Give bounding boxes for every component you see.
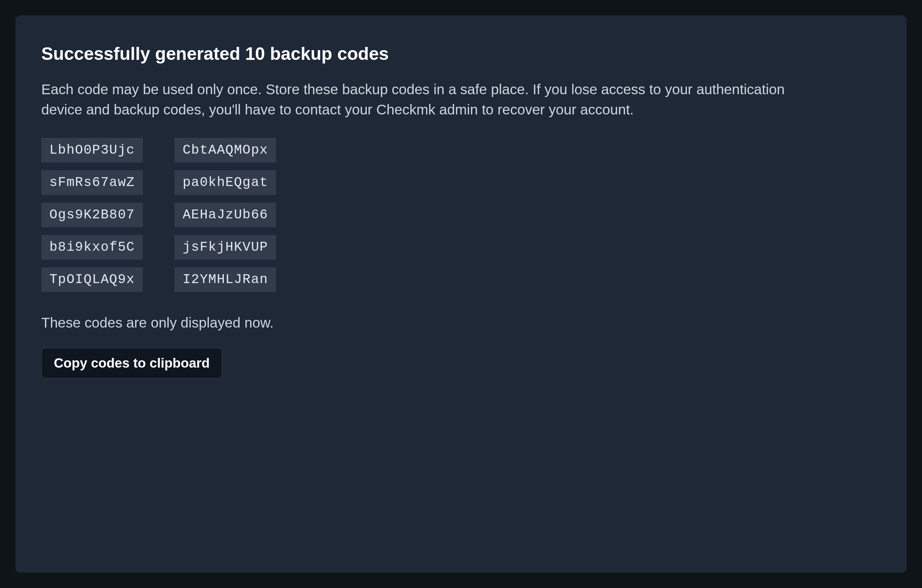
copy-codes-button[interactable]: Copy codes to clipboard — [41, 348, 222, 379]
panel-footnote: These codes are only displayed now. — [41, 315, 881, 331]
backup-code: CbtAAQMOpx — [174, 138, 276, 163]
backup-code: I2YMHLJRan — [174, 267, 276, 292]
backup-code: LbhO0P3Ujc — [41, 138, 143, 163]
backup-code: b8i9kxof5C — [41, 235, 143, 260]
backup-codes-panel: Successfully generated 10 backup codes E… — [15, 15, 907, 573]
backup-code: AEHaJzUb66 — [174, 203, 276, 227]
panel-title: Successfully generated 10 backup codes — [41, 44, 881, 64]
backup-code: pa0khEQgat — [174, 170, 276, 195]
panel-description: Each code may be used only once. Store t… — [41, 79, 822, 119]
backup-code: Ogs9K2B807 — [41, 203, 143, 227]
backup-code: jsFkjHKVUP — [174, 235, 276, 260]
backup-code: TpOIQLAQ9x — [41, 267, 143, 292]
backup-code: sFmRs67awZ — [41, 170, 143, 195]
backup-codes-grid: LbhO0P3Ujc CbtAAQMOpx sFmRs67awZ pa0khEQ… — [41, 138, 881, 292]
